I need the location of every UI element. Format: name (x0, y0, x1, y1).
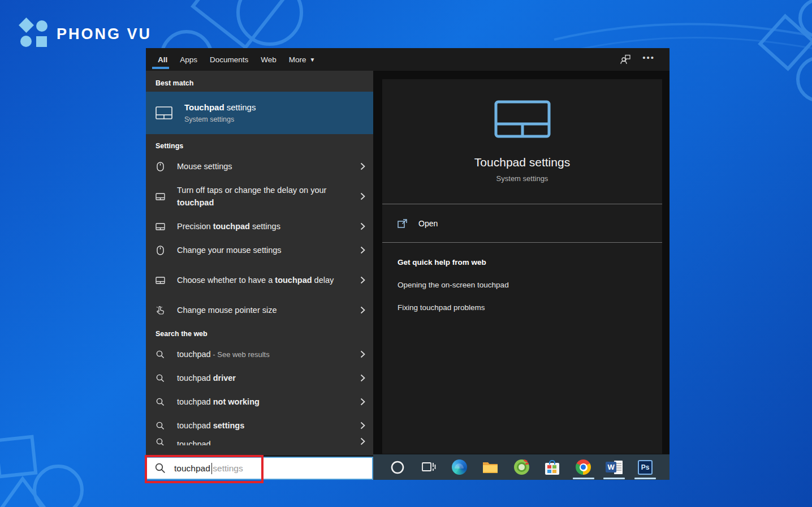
touchpad-large-icon (382, 79, 662, 138)
chevron-right-icon[interactable] (360, 306, 365, 314)
search-inline-suggestion: settings (213, 463, 243, 474)
chevron-right-icon[interactable] (360, 192, 365, 200)
edge-icon[interactable] (450, 454, 469, 480)
best-match-title: Touchpad settings (184, 102, 256, 112)
touchpad-icon (156, 223, 165, 230)
tab-apps[interactable]: Apps (174, 48, 204, 71)
web-result-touchpad[interactable]: touchpad - See web results (146, 342, 373, 366)
running-indicator (573, 478, 594, 479)
result-precision-touchpad-settings[interactable]: Precision touchpad settings (146, 214, 373, 238)
result-mouse-settings[interactable]: Mouse settings (146, 154, 373, 178)
search-the-web-header: Search the web (146, 322, 373, 342)
taskbar: W Ps (373, 454, 670, 480)
web-result-touchpad-settings[interactable]: touchpad settings (146, 414, 373, 437)
chevron-right-icon[interactable] (360, 276, 365, 284)
search-tabbar: All Apps Documents Web More ▼ ••• (146, 48, 670, 71)
chevron-right-icon (360, 437, 365, 445)
photoshop-icon[interactable]: Ps (636, 454, 655, 480)
result-change-your-mouse-settings[interactable]: Change your mouse settings (146, 238, 373, 262)
chevron-right-icon[interactable] (360, 422, 365, 429)
word-icon[interactable]: W (604, 454, 624, 480)
cortana-icon[interactable] (388, 454, 407, 480)
settings-section-header: Settings (146, 134, 373, 154)
text-cursor (211, 463, 213, 474)
touch-pointer-icon (156, 306, 165, 315)
help-link-onscreen-touchpad[interactable]: Opening the on-screen touchpad (398, 281, 662, 289)
help-link-fixing-touchpad[interactable]: Fixing touchpad problems (398, 303, 662, 312)
chevron-down-icon: ▼ (310, 57, 316, 63)
preview-title: Touchpad settings (382, 156, 662, 169)
mouse-icon (156, 246, 165, 255)
touchpad-icon (156, 277, 165, 284)
best-match-subtitle: System settings (184, 115, 256, 123)
search-icon (156, 374, 165, 383)
touchpad-icon (156, 106, 172, 119)
search-flyout-panel: All Apps Documents Web More ▼ ••• (146, 48, 670, 480)
preview-card: Touchpad settings System settings Open (382, 79, 662, 454)
open-action[interactable]: Open (382, 204, 662, 242)
quick-help-header: Get quick help from web (398, 258, 662, 267)
file-explorer-icon[interactable] (481, 454, 500, 480)
chevron-right-icon[interactable] (360, 350, 365, 358)
active-tab-underline (152, 67, 169, 69)
phongvu-logo: PHONG VU (19, 19, 152, 49)
result-choose-touchpad-delay[interactable]: Choose whether to have a touchpad delay (146, 262, 373, 298)
tab-more[interactable]: More ▼ (283, 48, 322, 71)
phongvu-logo-text: PHONG VU (57, 25, 152, 43)
desktop: PHONG VU All Apps Documents Web More ▼ (0, 0, 812, 507)
search-input[interactable]: touchpad settings (146, 457, 373, 480)
web-result-touchpad-driver[interactable]: touchpad driver (146, 366, 373, 390)
phongvu-logo-mark-icon (19, 19, 50, 49)
search-icon (156, 350, 165, 359)
web-result-touchpad-not-working[interactable]: touchpad not working (146, 390, 373, 414)
more-options-icon[interactable]: ••• (642, 53, 655, 62)
chevron-right-icon[interactable] (360, 162, 365, 170)
touchpad-icon (156, 193, 165, 200)
open-label: Open (418, 219, 438, 228)
task-view-icon[interactable] (419, 454, 438, 480)
tab-documents[interactable]: Documents (204, 48, 254, 71)
search-typed-text: touchpad (174, 463, 210, 474)
open-external-icon (398, 219, 407, 228)
tab-all[interactable]: All (152, 48, 174, 71)
bottom-bar: touchpad settings (146, 456, 670, 480)
chrome-icon[interactable] (574, 454, 593, 480)
preview-pane: Touchpad settings System settings Open (373, 71, 670, 456)
search-icon (156, 422, 165, 430)
result-change-mouse-pointer-size[interactable]: Change mouse pointer size (146, 298, 373, 322)
user-feedback-icon[interactable] (620, 54, 631, 65)
best-match-header: Best match (146, 71, 373, 92)
mouse-icon (156, 162, 165, 171)
chevron-right-icon[interactable] (360, 398, 365, 406)
search-icon (155, 463, 166, 474)
search-results-list: Best match Touchpad settings System sett… (146, 71, 373, 456)
preview-subtitle: System settings (382, 174, 662, 183)
chevron-right-icon[interactable] (360, 222, 365, 230)
tab-web[interactable]: Web (254, 48, 283, 71)
search-icon (156, 398, 165, 406)
running-indicator (634, 478, 656, 479)
result-turn-off-taps[interactable]: Turn off taps or change the delay on you… (146, 178, 373, 214)
coccoc-browser-icon[interactable] (512, 454, 531, 480)
chevron-right-icon[interactable] (360, 374, 365, 382)
chevron-right-icon[interactable] (360, 246, 365, 254)
search-icon (156, 437, 165, 445)
running-indicator (603, 478, 625, 479)
microsoft-store-icon[interactable] (543, 454, 562, 480)
best-match-result-touchpad-settings[interactable]: Touchpad settings System settings (146, 92, 373, 134)
web-result-clipped[interactable]: touchpad (146, 437, 373, 445)
